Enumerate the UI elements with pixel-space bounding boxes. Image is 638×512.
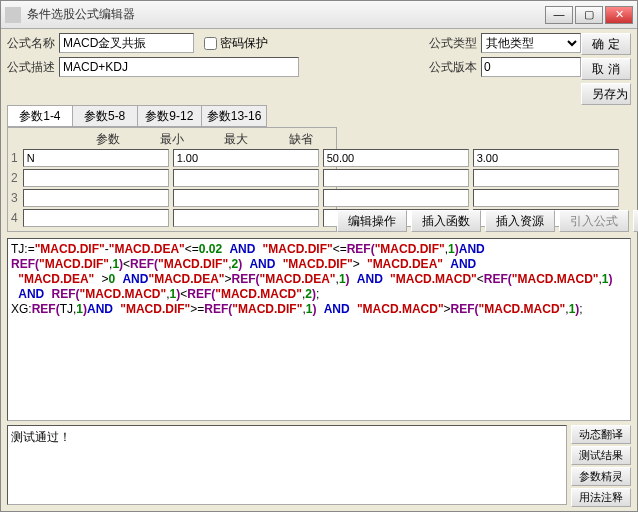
param-name-input[interactable] [23,209,169,227]
password-label: 密码保护 [220,35,268,52]
param-min-input[interactable] [173,189,319,207]
param-min-input[interactable] [173,209,319,227]
test-formula-button[interactable]: 测试公式 [633,210,638,232]
saveas-button[interactable]: 另存为 [581,83,631,105]
param-row: 3 [11,188,333,208]
param-row: 2 [11,168,333,188]
usage-note-button[interactable]: 用法注释 [571,488,631,507]
param-name-input[interactable] [23,189,169,207]
minimize-button[interactable]: — [545,6,573,24]
type-label: 公式类型 [429,35,477,52]
param-min-input[interactable] [173,149,319,167]
param-header-name: 参数 [75,131,139,148]
param-row: 1 [11,148,333,168]
formula-type-select[interactable]: 其他类型 [481,33,581,53]
import-formula-button[interactable]: 引入公式 [559,210,629,232]
window-title: 条件选股公式编辑器 [27,6,545,23]
param-wizard-button[interactable]: 参数精灵 [571,467,631,486]
tab-params-13-16[interactable]: 参数13-16 [202,106,266,126]
app-icon [5,7,21,23]
param-row-num: 1 [11,151,21,165]
ok-button[interactable]: 确 定 [581,33,631,55]
window-body: 公式名称 密码保护 公式类型 其他类型 公式描述 公式 [1,29,637,511]
param-tabs: 参数1-4 参数5-8 参数9-12 参数13-16 [7,105,267,127]
param-max-input[interactable] [323,189,469,207]
name-label: 公式名称 [7,35,55,52]
param-header-max: 最大 [204,131,268,148]
insert-func-button[interactable]: 插入函数 [411,210,481,232]
param-row-num: 4 [11,211,21,225]
titlebar[interactable]: 条件选股公式编辑器 — ▢ ✕ [1,1,637,29]
param-name-input[interactable] [23,149,169,167]
param-header-def: 缺省 [269,131,333,148]
tab-params-9-12[interactable]: 参数9-12 [138,106,203,126]
status-output: 测试通过！ [7,425,567,505]
param-grid: 参数 最小 最大 缺省 1234 [7,127,337,232]
edit-op-button[interactable]: 编辑操作 [337,210,407,232]
insert-res-button[interactable]: 插入资源 [485,210,555,232]
formula-name-input[interactable] [59,33,194,53]
formula-desc-input[interactable] [59,57,299,77]
tab-params-1-4[interactable]: 参数1-4 [8,106,73,126]
formula-version-input[interactable] [481,57,581,77]
cancel-button[interactable]: 取 消 [581,58,631,80]
dyn-trans-button[interactable]: 动态翻译 [571,425,631,444]
password-checkbox[interactable]: 密码保护 [204,35,268,52]
param-row-num: 2 [11,171,21,185]
formula-editor-window: 条件选股公式编辑器 — ▢ ✕ 公式名称 密码保护 公式类型 其 [0,0,638,512]
version-label: 公式版本 [429,59,477,76]
param-def-input[interactable] [473,169,619,187]
password-checkbox-input[interactable] [204,37,217,50]
param-row-num: 3 [11,191,21,205]
param-name-input[interactable] [23,169,169,187]
param-def-input[interactable] [473,189,619,207]
param-min-input[interactable] [173,169,319,187]
close-button[interactable]: ✕ [605,6,633,24]
param-def-input[interactable] [473,149,619,167]
param-max-input[interactable] [323,169,469,187]
maximize-button[interactable]: ▢ [575,6,603,24]
tab-params-5-8[interactable]: 参数5-8 [73,106,138,126]
desc-label: 公式描述 [7,59,55,76]
test-result-button[interactable]: 测试结果 [571,446,631,465]
param-header-min: 最小 [140,131,204,148]
param-max-input[interactable] [323,149,469,167]
code-editor[interactable]: TJ:="MACD.DIF"-"MACD.DEA"<=0.02 AND "MAC… [7,238,631,421]
param-row: 4 [11,208,333,228]
